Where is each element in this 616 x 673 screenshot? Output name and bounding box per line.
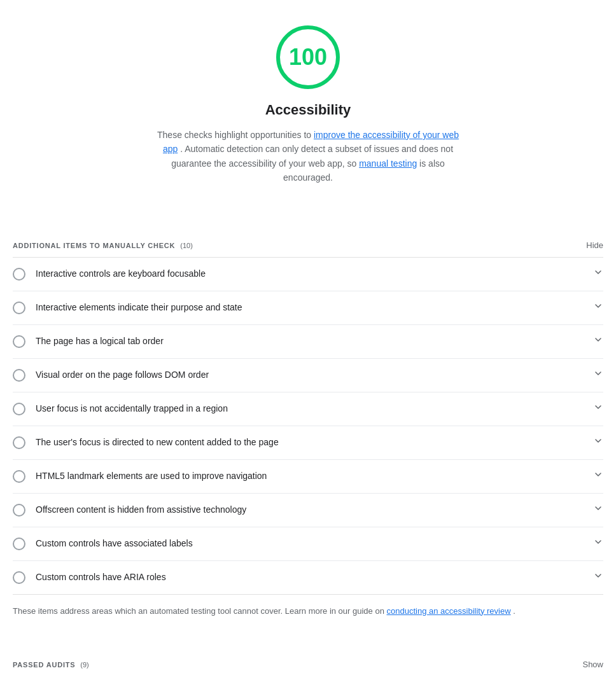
note-text-before: These items address areas which an autom…: [13, 606, 387, 616]
checklist-item-10[interactable]: Custom controls have ARIA roles: [13, 561, 603, 594]
checklist-item-3[interactable]: The page has a logical tab order: [13, 325, 603, 359]
chevron-down-icon-10: [593, 570, 603, 585]
item-label-6: The user's focus is directed to new cont…: [36, 436, 588, 449]
item-status-icon-7: [13, 470, 25, 483]
item-label-2: Interactive elements indicate their purp…: [36, 301, 588, 314]
manual-check-section-header: ADDITIONAL ITEMS TO MANUALLY CHECK (10) …: [13, 223, 603, 258]
manual-check-note: These items address areas which an autom…: [13, 595, 603, 628]
checklist-item-6[interactable]: The user's focus is directed to new cont…: [13, 426, 603, 460]
item-label-5: User focus is not accidentally trapped i…: [36, 402, 588, 415]
passed-title-group: PASSED AUDITS (9): [13, 658, 89, 671]
passed-audits-toggle[interactable]: Show: [582, 660, 603, 669]
manual-testing-link[interactable]: manual testing: [359, 158, 417, 169]
manual-check-count: (10): [180, 242, 193, 249]
passed-audits-title: PASSED AUDITS: [13, 661, 75, 669]
item-status-icon-3: [13, 335, 25, 348]
item-label-7: HTML5 landmark elements are used to impr…: [36, 469, 588, 483]
chevron-down-icon-7: [593, 469, 603, 484]
item-label-8: Offscreen content is hidden from assisti…: [36, 503, 588, 517]
item-status-icon-9: [13, 538, 25, 550]
chevron-down-icon-2: [593, 300, 603, 316]
note-text-after: .: [513, 606, 515, 616]
chevron-down-icon-3: [593, 334, 603, 349]
manual-check-title-group: ADDITIONAL ITEMS TO MANUALLY CHECK (10): [13, 239, 193, 252]
checklist-item-2[interactable]: Interactive elements indicate their purp…: [13, 291, 603, 325]
item-status-icon-4: [13, 369, 25, 382]
item-status-icon-5: [13, 403, 25, 415]
passed-audits-section: PASSED AUDITS (9) Show: [13, 642, 603, 673]
page-title: Accessibility: [265, 99, 351, 120]
manual-check-toggle[interactable]: Hide: [586, 240, 603, 250]
checklist-item-8[interactable]: Offscreen content is hidden from assisti…: [13, 494, 603, 527]
manual-check-title: ADDITIONAL ITEMS TO MANUALLY CHECK: [13, 242, 175, 249]
chevron-down-icon-5: [593, 401, 603, 417]
score-section: 100 Accessibility These checks highlight…: [13, 0, 603, 198]
item-label-10: Custom controls have ARIA roles: [36, 571, 588, 584]
passed-audits-header: PASSED AUDITS (9) Show: [13, 642, 603, 673]
score-description: These checks highlight opportunities to …: [149, 128, 467, 185]
item-label-9: Custom controls have associated labels: [36, 537, 588, 550]
accessibility-review-link[interactable]: conducting an accessibility review: [387, 606, 511, 616]
checklist-item-5[interactable]: User focus is not accidentally trapped i…: [13, 392, 603, 426]
chevron-down-icon-9: [593, 536, 603, 552]
item-status-icon-1: [13, 268, 25, 281]
chevron-down-icon-1: [593, 267, 603, 282]
item-status-icon-10: [13, 571, 25, 584]
item-label-4: Visual order on the page follows DOM ord…: [36, 368, 588, 382]
checklist-item-7[interactable]: HTML5 landmark elements are used to impr…: [13, 460, 603, 494]
checklist-item-1[interactable]: Interactive controls are keyboard focusa…: [13, 258, 603, 291]
chevron-down-icon-4: [593, 368, 603, 383]
page-container: 100 Accessibility These checks highlight…: [0, 0, 616, 673]
chevron-down-icon-8: [593, 503, 603, 518]
item-label-3: The page has a logical tab order: [36, 335, 588, 348]
item-status-icon-6: [13, 436, 25, 449]
score-value: 100: [289, 40, 327, 74]
checklist-item-4[interactable]: Visual order on the page follows DOM ord…: [13, 359, 603, 392]
checklist: Interactive controls are keyboard focusa…: [13, 258, 603, 595]
item-label-1: Interactive controls are keyboard focusa…: [36, 267, 588, 281]
passed-audits-count: (9): [80, 661, 88, 669]
item-status-icon-2: [13, 302, 25, 314]
score-circle: 100: [276, 25, 340, 89]
checklist-item-9[interactable]: Custom controls have associated labels: [13, 527, 603, 561]
chevron-down-icon-6: [593, 435, 603, 450]
item-status-icon-8: [13, 504, 25, 517]
description-text-before-link1: These checks highlight opportunities to: [157, 130, 314, 140]
